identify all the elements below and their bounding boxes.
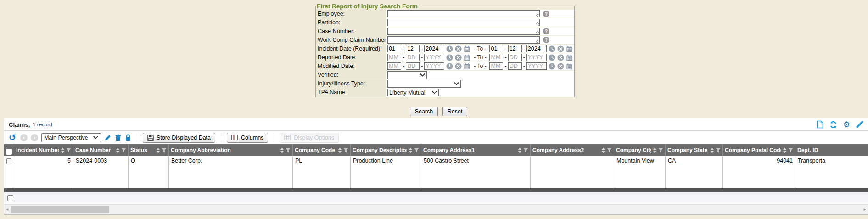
clear-date-icon[interactable] [557,45,564,52]
col-header-case-number[interactable]: Case Number [73,144,129,156]
col-header-company-code[interactable]: Company Code [293,144,351,156]
sort-icon[interactable] [601,147,605,153]
filter-icon[interactable] [414,148,419,153]
clock-icon[interactable] [446,45,453,52]
help-icon[interactable]: ? [543,28,549,34]
reported-to-month-input[interactable] [489,54,503,61]
reset-button[interactable]: Reset [442,107,468,116]
col-header-company-state[interactable]: Company State [666,144,723,156]
work-comp-claim-input[interactable] [387,36,540,44]
new-document-icon[interactable] [817,120,823,129]
filter-icon[interactable] [788,148,793,153]
reported-from-year-input[interactable] [424,54,444,61]
footer-checkbox[interactable] [7,195,13,201]
col-header-company-address2[interactable]: Company Address2 [531,144,614,156]
clock-icon[interactable] [549,54,555,61]
partition-input[interactable] [387,19,540,26]
modified-to-day-input[interactable] [508,62,522,70]
col-header-dept-id[interactable]: Dept. ID [795,144,868,156]
sort-icon[interactable] [409,147,413,153]
col-header-company-address1[interactable]: Company Address1 [421,144,531,156]
filter-icon[interactable] [162,148,167,153]
injury-type-select[interactable] [387,80,461,88]
col-header-company-postal-code[interactable]: Company Postal Code [723,144,795,156]
help-icon[interactable]: ? [543,37,549,43]
sort-icon[interactable] [518,147,522,153]
filter-icon[interactable] [716,148,721,153]
scroll-left-icon[interactable]: ◄ [4,205,11,214]
incident-to-month-input[interactable] [489,45,503,52]
undo-icon[interactable]: ↺ [9,133,16,142]
reported-from-day-input[interactable] [406,54,420,61]
incident-from-year-input[interactable] [424,45,444,52]
perspective-select[interactable]: Main Perspective [41,133,101,142]
clock-icon[interactable] [446,63,453,70]
filter-icon[interactable] [343,148,348,153]
row-checkbox[interactable] [6,158,11,164]
clear-date-icon[interactable] [557,54,564,61]
store-displayed-data-button[interactable]: Store Displayed Data [143,133,215,143]
filter-icon[interactable] [286,148,291,153]
col-header-company-abbreviation[interactable]: Company Abbreviation [169,144,293,156]
sort-icon[interactable] [710,147,714,153]
table-row[interactable]: 5 S2024-0003 O Better Corp. PL Productio… [4,156,868,188]
sort-icon[interactable] [653,147,657,153]
filter-icon[interactable] [607,148,612,153]
clock-icon[interactable] [446,54,453,61]
clock-icon[interactable] [549,45,555,52]
sort-icon[interactable] [338,147,342,153]
incident-from-day-input[interactable] [406,45,420,52]
filter-icon[interactable] [66,148,71,153]
horizontal-scrollbar[interactable]: ◄ ► [4,204,868,214]
sort-icon[interactable] [783,147,787,153]
sort-icon[interactable] [116,147,120,153]
reported-to-year-input[interactable] [526,54,547,61]
edit-pencil-icon[interactable] [104,134,112,141]
clear-date-icon[interactable] [455,63,462,70]
clear-date-icon[interactable] [455,45,462,52]
wrench-icon[interactable] [856,121,863,128]
incident-from-month-input[interactable] [387,45,401,52]
calendar-icon[interactable] [566,63,573,70]
reported-from-month-input[interactable] [387,54,401,61]
clock-icon[interactable] [549,63,555,70]
col-header-company-city[interactable]: Company City [614,144,666,156]
calendar-icon[interactable] [566,45,573,52]
sort-icon[interactable] [280,147,284,153]
reported-to-day-input[interactable] [508,54,522,61]
sort-icon[interactable] [61,147,65,153]
employee-input[interactable] [387,10,540,17]
gear-icon[interactable]: ⚙ [843,121,850,129]
help-icon[interactable]: ? [543,11,549,17]
modified-to-year-input[interactable] [526,62,547,70]
verified-select[interactable] [387,71,427,79]
filter-icon[interactable] [121,148,126,153]
trash-icon[interactable] [115,134,122,141]
filter-icon[interactable] [658,148,663,153]
incident-to-year-input[interactable] [526,45,547,52]
incident-to-day-input[interactable] [508,45,522,52]
modified-to-month-input[interactable] [489,62,503,70]
calendar-icon[interactable] [464,63,470,70]
select-all-checkbox[interactable] [6,149,12,155]
sort-icon[interactable] [156,147,160,153]
select-all-header[interactable] [4,144,14,156]
filter-icon[interactable] [523,148,528,153]
col-header-status[interactable]: Status [129,144,169,156]
case-number-input[interactable] [387,28,540,35]
refresh-icon[interactable] [829,121,837,129]
search-button[interactable]: Search [410,107,438,116]
modified-from-day-input[interactable] [406,62,420,70]
modified-from-year-input[interactable] [424,62,444,70]
calendar-icon[interactable] [464,45,470,52]
modified-from-month-input[interactable] [387,62,401,70]
columns-button[interactable]: Columns [227,133,268,143]
calendar-icon[interactable] [464,54,470,61]
calendar-icon[interactable] [566,54,573,61]
scroll-right-icon[interactable]: ► [862,205,868,214]
clear-date-icon[interactable] [557,63,564,70]
col-header-company-description[interactable]: Company Description [351,144,421,156]
tpa-name-select[interactable]: Liberty Mutual [387,89,439,96]
lock-icon[interactable] [125,134,131,141]
clear-date-icon[interactable] [455,54,462,61]
